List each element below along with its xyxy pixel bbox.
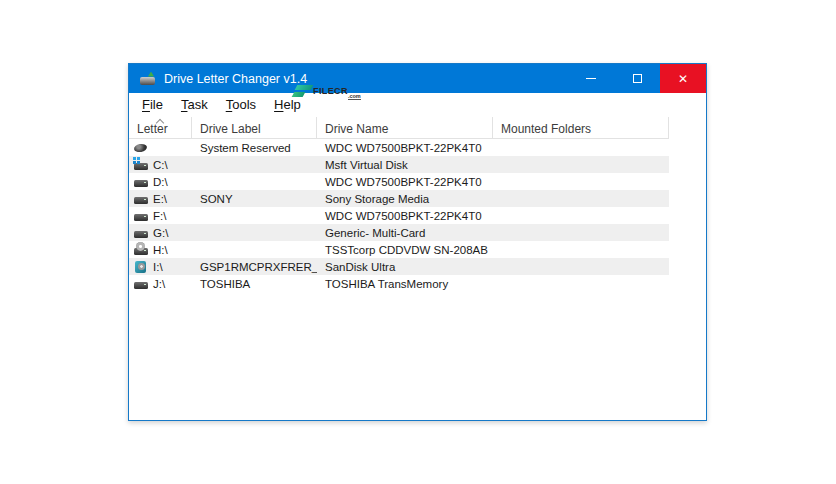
drive-name: Generic- Multi-Card: [317, 227, 493, 239]
drive-name: Msft Virtual Disk: [317, 159, 493, 171]
maximize-button[interactable]: [614, 64, 660, 93]
table-row[interactable]: H:\TSSTcorp CDDVDW SN-208AB: [129, 241, 669, 258]
menu-bar: FileTaskToolsHelp: [129, 93, 706, 117]
list-body: System ReservedWDC WD7500BPKT-22PK4T0C:\…: [129, 139, 669, 292]
caption-buttons: ✕: [568, 64, 706, 93]
arrow-icon: [148, 72, 154, 77]
drive-label: SONY: [192, 193, 317, 205]
drive-name: Sony Storage Media: [317, 193, 493, 205]
desktop: Drive Letter Changer v1.4 ✕ FileTaskTool…: [0, 0, 836, 484]
hdd-icon: [133, 174, 149, 190]
close-icon: ✕: [678, 73, 688, 85]
drive-name: WDC WD7500BPKT-22PK4T0: [317, 142, 493, 154]
app-icon[interactable]: [140, 71, 156, 87]
table-row[interactable]: System ReservedWDC WD7500BPKT-22PK4T0: [129, 139, 669, 156]
maximize-icon: [633, 74, 642, 83]
cell-letter: [129, 140, 192, 156]
drive-icon: [140, 77, 155, 85]
window-title: Drive Letter Changer v1.4: [164, 72, 307, 86]
drive-label: System Reserved: [192, 142, 317, 154]
menu-item-tools[interactable]: Tools: [217, 93, 265, 117]
column-header-drive-name[interactable]: Drive Name: [317, 117, 493, 138]
cell-letter: I:\: [129, 259, 192, 275]
cell-letter: G:\: [129, 225, 192, 241]
table-row[interactable]: I:\GSP1RMCPRXFRER_...SanDisk Ultra: [129, 258, 669, 275]
watermark-suffix: .com: [348, 93, 361, 100]
table-row[interactable]: J:\TOSHIBATOSHIBA TransMemory: [129, 275, 669, 292]
cell-letter: C:\: [129, 157, 192, 173]
filecr-watermark: FILECR .com: [293, 84, 361, 100]
drive-letter: D:\: [153, 176, 168, 188]
drive-list: LetterDrive LabelDrive NameMounted Folde…: [129, 117, 706, 420]
hdd-icon: [133, 191, 149, 207]
title-bar[interactable]: Drive Letter Changer v1.4 ✕: [129, 64, 706, 93]
drive-name: TSSTcorp CDDVDW SN-208AB: [317, 244, 493, 256]
list-header: LetterDrive LabelDrive NameMounted Folde…: [129, 117, 669, 139]
table-row[interactable]: F:\WDC WD7500BPKT-22PK4T0: [129, 207, 669, 224]
minimize-button[interactable]: [568, 64, 614, 93]
column-header-mounted-folders[interactable]: Mounted Folders: [493, 117, 669, 138]
system-drive-icon: [133, 157, 149, 173]
cell-letter: F:\: [129, 208, 192, 224]
minimize-icon: [586, 78, 596, 79]
table-row[interactable]: G:\Generic- Multi-Card: [129, 224, 669, 241]
cd-drive-icon: [133, 242, 149, 258]
hdd-icon: [133, 276, 149, 292]
hdd-icon: [133, 208, 149, 224]
drive-letter: I:\: [153, 261, 163, 273]
disk-platter-icon: [133, 140, 149, 156]
menu-item-file[interactable]: File: [133, 93, 172, 117]
hdd-icon: [133, 225, 149, 241]
drive-letter: F:\: [153, 210, 166, 222]
drive-letter: E:\: [153, 193, 167, 205]
close-button[interactable]: ✕: [660, 64, 706, 93]
drive-letter: G:\: [153, 227, 168, 239]
removable-drive-icon: [133, 259, 149, 275]
drive-label: GSP1RMCPRXFRER_...: [192, 261, 317, 273]
drive-letter: C:\: [153, 159, 168, 171]
cell-letter: D:\: [129, 174, 192, 190]
drive-name: TOSHIBA TransMemory: [317, 278, 493, 290]
drive-letter: J:\: [153, 278, 165, 290]
filecr-logo-icon: [293, 84, 313, 98]
drive-name: WDC WD7500BPKT-22PK4T0: [317, 210, 493, 222]
app-window: Drive Letter Changer v1.4 ✕ FileTaskTool…: [128, 63, 707, 421]
drive-label: TOSHIBA: [192, 278, 317, 290]
column-header-drive-label[interactable]: Drive Label: [192, 117, 317, 138]
cell-letter: H:\: [129, 242, 192, 258]
drive-name: WDC WD7500BPKT-22PK4T0: [317, 176, 493, 188]
drive-letter: H:\: [153, 244, 168, 256]
cell-letter: E:\: [129, 191, 192, 207]
drive-name: SanDisk Ultra: [317, 261, 493, 273]
cell-letter: J:\: [129, 276, 192, 292]
menu-item-task[interactable]: Task: [172, 93, 217, 117]
table-row[interactable]: E:\SONYSony Storage Media: [129, 190, 669, 207]
table-row[interactable]: D:\WDC WD7500BPKT-22PK4T0: [129, 173, 669, 190]
table-row[interactable]: C:\Msft Virtual Disk: [129, 156, 669, 173]
watermark-text: FILECR: [313, 86, 348, 96]
